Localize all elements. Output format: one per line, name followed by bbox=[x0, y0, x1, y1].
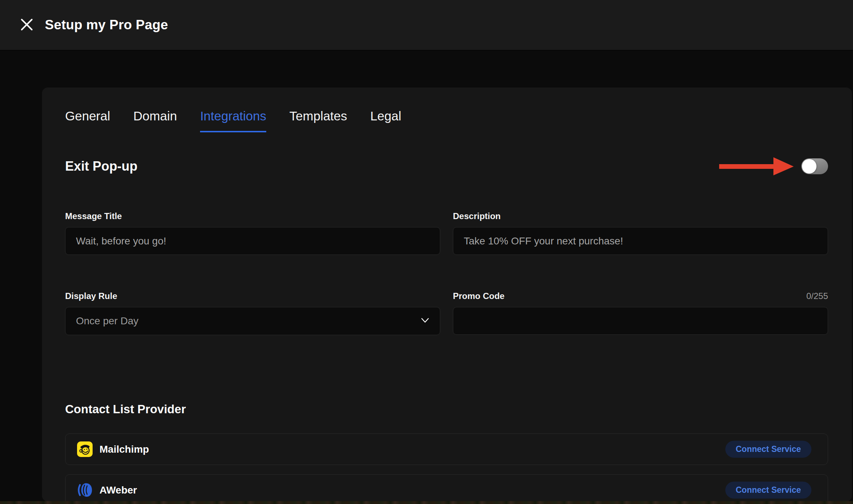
promo-code-counter: 0/255 bbox=[806, 291, 828, 301]
tab-bar: General Domain Integrations Templates Le… bbox=[65, 108, 828, 132]
integration-form: Message Title Description Display Rule O… bbox=[65, 211, 828, 335]
background-photo-sliver bbox=[0, 501, 853, 504]
aweber-icon bbox=[77, 482, 93, 498]
exit-popup-label: Exit Pop-up bbox=[65, 159, 137, 174]
provider-row-mailchimp: Mailchimp Connect Service bbox=[65, 433, 828, 465]
close-button[interactable] bbox=[17, 15, 37, 35]
connect-service-button-aweber[interactable]: Connect Service bbox=[725, 482, 811, 499]
promo-code-field: Promo Code 0/255 bbox=[453, 291, 828, 335]
provider-name: Mailchimp bbox=[99, 444, 149, 455]
promo-code-input[interactable] bbox=[453, 307, 828, 335]
display-rule-field: Display Rule Once per Day bbox=[65, 291, 440, 335]
tab-general[interactable]: General bbox=[65, 108, 110, 132]
tab-integrations[interactable]: Integrations bbox=[200, 108, 266, 132]
close-icon bbox=[21, 18, 33, 32]
modal-header: Setup my Pro Page bbox=[0, 0, 853, 51]
contact-list-provider-heading: Contact List Provider bbox=[65, 402, 828, 416]
connect-service-button-mailchimp[interactable]: Connect Service bbox=[725, 441, 811, 458]
display-rule-value: Once per Day bbox=[76, 315, 139, 327]
exit-popup-row: Exit Pop-up bbox=[65, 157, 828, 176]
mailchimp-icon bbox=[77, 441, 93, 457]
tab-templates[interactable]: Templates bbox=[289, 108, 347, 132]
exit-popup-toggle[interactable] bbox=[801, 158, 828, 174]
display-rule-select[interactable]: Once per Day bbox=[65, 307, 440, 335]
description-input[interactable] bbox=[453, 227, 828, 255]
message-title-label: Message Title bbox=[65, 211, 122, 221]
red-annotation-arrow-icon bbox=[719, 157, 794, 176]
chevron-down-icon bbox=[420, 315, 430, 327]
display-rule-label: Display Rule bbox=[65, 291, 117, 301]
description-field: Description bbox=[453, 211, 828, 255]
provider-name: AWeber bbox=[99, 484, 137, 496]
message-title-input[interactable] bbox=[65, 227, 440, 255]
page-title: Setup my Pro Page bbox=[45, 17, 168, 33]
tab-domain[interactable]: Domain bbox=[133, 108, 177, 132]
toggle-knob bbox=[802, 159, 816, 174]
provider-list: Mailchimp Connect Service AWeber Connect… bbox=[65, 433, 828, 501]
provider-row-aweber: AWeber Connect Service bbox=[65, 474, 828, 501]
description-label: Description bbox=[453, 211, 501, 221]
settings-card: General Domain Integrations Templates Le… bbox=[42, 87, 852, 501]
tab-legal[interactable]: Legal bbox=[370, 108, 402, 132]
promo-code-label: Promo Code bbox=[453, 291, 505, 301]
message-title-field: Message Title bbox=[65, 211, 440, 255]
